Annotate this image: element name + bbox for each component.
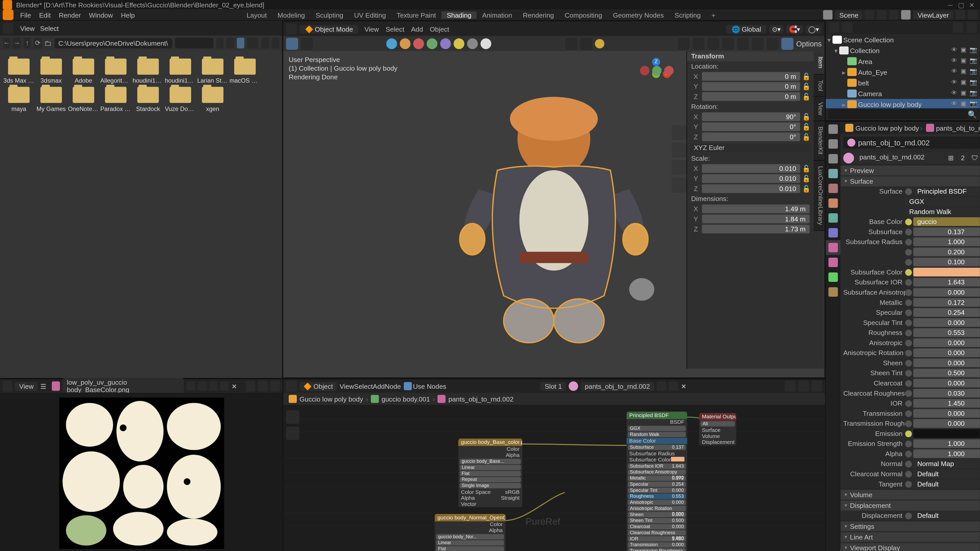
folder-item[interactable]: houdini19.5	[164, 59, 197, 84]
properties-tab[interactable]	[826, 225, 841, 240]
prop-value[interactable]: 0.000	[913, 318, 980, 327]
nav-forward-button[interactable]: →	[13, 38, 21, 48]
socket-icon[interactable]	[905, 359, 912, 366]
subsurface-color[interactable]	[913, 268, 980, 276]
prop-value[interactable]: 0.254	[913, 308, 980, 317]
folder-item[interactable]: xgen	[197, 87, 229, 112]
scale-z[interactable]: 0.010	[702, 184, 800, 193]
socket-icon[interactable]	[905, 390, 912, 396]
socket-icon[interactable]	[905, 400, 912, 407]
viewlayer-new-icon[interactable]	[956, 10, 965, 20]
vp-menu-object[interactable]: Object	[426, 25, 453, 33]
scale-x[interactable]: 0.010	[702, 164, 800, 173]
distribution-dropdown[interactable]: GGX	[905, 197, 980, 206]
live-icon[interactable]	[652, 66, 662, 75]
select-visible-icon[interactable]	[678, 38, 690, 50]
shading-solid-icon[interactable]	[752, 38, 764, 50]
prop-value[interactable]: 0.000	[913, 409, 980, 418]
material-field[interactable]: pants_obj_to_rnd.002	[581, 382, 654, 390]
socket-icon[interactable]	[905, 228, 912, 235]
filter-toggle[interactable]	[261, 38, 269, 48]
xray-icon[interactable]	[722, 38, 734, 50]
vp-menu-select[interactable]: Select	[382, 25, 408, 33]
menu-file[interactable]: File	[16, 11, 35, 19]
nav-back-button[interactable]: ←	[3, 38, 11, 48]
workspace-tab[interactable]: Sculpting	[310, 11, 349, 19]
socket-icon[interactable]	[905, 349, 912, 356]
prop-value[interactable]: 1.000	[913, 238, 980, 246]
socket-icon[interactable]	[905, 481, 912, 487]
folder-item[interactable]: Stardock	[132, 87, 164, 112]
new-collection-icon[interactable]	[966, 22, 977, 33]
lock-icon[interactable]: 🔓	[802, 73, 811, 80]
principled-bsdf-node[interactable]: Principled BSDF BSDF GGX Random Walk Bas…	[627, 412, 687, 551]
socket-icon[interactable]	[905, 309, 912, 316]
npanel-tab-blenderkit[interactable]: BlenderKit	[814, 121, 824, 161]
tangent-dropdown[interactable]: Default	[913, 480, 980, 488]
socket-icon[interactable]	[905, 512, 912, 519]
lock-icon[interactable]: 🔓	[802, 93, 811, 100]
surface-shader-dropdown[interactable]: Principled BSDF	[913, 187, 980, 196]
mode-dropdown[interactable]: 🔶 Object Mode	[299, 24, 358, 33]
preset-blue[interactable]	[387, 38, 397, 49]
overlay-icon[interactable]	[798, 381, 809, 392]
folder-item[interactable]: maya	[3, 87, 35, 112]
image-browse-icon[interactable]	[186, 381, 195, 391]
dim-x[interactable]: 1.49 m	[702, 205, 810, 213]
workspace-tab[interactable]: Texture Paint	[391, 11, 441, 19]
outliner-mode-icon[interactable]	[842, 22, 853, 33]
folder-item[interactable]: 3ds Max 20...	[3, 59, 35, 84]
loc-x[interactable]: 0 m	[702, 72, 800, 81]
folder-item[interactable]: Adobe	[67, 59, 100, 84]
perspective-icon[interactable]	[672, 178, 687, 192]
slot-dropdown[interactable]: Slot 1	[541, 382, 566, 390]
properties-tab[interactable]	[826, 284, 841, 299]
prop-value[interactable]: 0.000	[913, 379, 980, 387]
overlay-toggle[interactable]	[580, 38, 592, 50]
preset-red[interactable]	[414, 38, 424, 49]
image-new-icon[interactable]	[198, 381, 206, 391]
displacement-dropdown[interactable]: Default	[913, 511, 980, 520]
ne-menu-select[interactable]: Select	[354, 383, 373, 390]
copy-material-icon[interactable]: 2	[958, 153, 968, 164]
npanel-tab-view[interactable]: View	[814, 97, 824, 121]
sss-method-dropdown[interactable]: Random Walk	[905, 207, 980, 216]
socket-icon[interactable]	[905, 430, 912, 437]
notification-bell-icon[interactable]	[595, 39, 604, 48]
viewport-canvas[interactable]: User Perspective (1) Collection | Guccio…	[283, 51, 824, 377]
vp-menu-view[interactable]: View	[361, 25, 382, 33]
display-thumbnails-button[interactable]	[237, 38, 244, 48]
folder-item[interactable]: Larian Stud...	[197, 59, 229, 84]
lock-icon[interactable]: 🔓	[802, 83, 811, 90]
workspace-tab[interactable]: Rendering	[517, 11, 559, 19]
editor-type-icon[interactable]	[3, 381, 13, 392]
lineart-panel-header[interactable]: Line Art	[841, 532, 980, 542]
workspace-tab[interactable]: Layout	[241, 11, 272, 19]
preset-yellow[interactable]	[454, 38, 465, 49]
scene-new-icon[interactable]	[877, 10, 886, 20]
workspace-tab[interactable]: UV Editing	[348, 11, 391, 19]
prop-value[interactable]: 0.172	[913, 298, 980, 306]
snap-dropdown[interactable]: 🧲▾	[786, 24, 803, 33]
fb-menu-view[interactable]: View	[18, 25, 38, 32]
properties-tab[interactable]	[826, 166, 841, 181]
npanel-tab-item[interactable]: Item	[814, 51, 824, 74]
properties-tab[interactable]	[826, 181, 841, 196]
prop-value[interactable]: 0.000	[913, 288, 980, 297]
prop-value[interactable]: 1.450	[913, 399, 980, 408]
dim-z[interactable]: 1.73 m	[702, 225, 810, 233]
image-texture-node-normal[interactable]: guccio body_Normal_OpenGL.png Color Alph…	[435, 514, 506, 551]
folder-item[interactable]: houdini18.0	[132, 59, 164, 84]
tool-select-button[interactable]	[301, 38, 313, 50]
folder-item[interactable]: My Games	[35, 87, 67, 112]
prop-value[interactable]: 0.000	[913, 348, 980, 357]
menu-render[interactable]: Render	[55, 11, 85, 19]
npanel-tab-tool[interactable]: Tool	[814, 74, 824, 97]
socket-icon[interactable]	[905, 420, 912, 427]
material-output-node[interactable]: Material Output All Surface Volume Displ…	[699, 413, 736, 445]
lock-icon[interactable]: 🔓	[802, 113, 811, 121]
loc-y[interactable]: 0 m	[702, 82, 800, 91]
folder-item[interactable]: Allegorithmic	[100, 59, 132, 84]
viewport-panel-header[interactable]: Viewport Display	[841, 543, 980, 551]
preset-white[interactable]	[481, 38, 492, 49]
